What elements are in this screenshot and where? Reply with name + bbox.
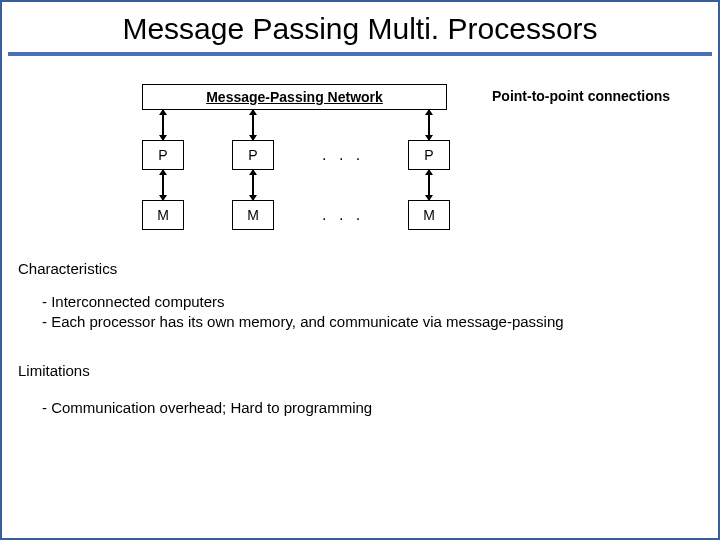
ellipsis-icon: . . .	[322, 206, 364, 224]
characteristics-heading: Characteristics	[18, 260, 117, 277]
arrow-net-p1	[162, 110, 164, 140]
limitations-body: - Communication overhead; Hard to progra…	[42, 398, 372, 418]
memory-node: M	[142, 200, 184, 230]
title-underline	[8, 52, 712, 56]
processor-node: P	[232, 140, 274, 170]
slide-title: Message Passing Multi. Processors	[2, 2, 718, 52]
memory-node: M	[408, 200, 450, 230]
arrow-net-pn	[428, 110, 430, 140]
arrow-net-p2	[252, 110, 254, 140]
memory-node: M	[232, 200, 274, 230]
ellipsis-icon: . . .	[322, 146, 364, 164]
arrow-p2-m2	[252, 170, 254, 200]
processor-node: P	[142, 140, 184, 170]
network-box: Message-Passing Network	[142, 84, 447, 110]
p2p-annotation: Point-to-point connections	[492, 88, 670, 104]
arrow-pn-mn	[428, 170, 430, 200]
slide-frame: Message Passing Multi. Processors Messag…	[0, 0, 720, 540]
characteristics-body: - Interconnected computers - Each proces…	[42, 292, 564, 333]
limitations-heading: Limitations	[18, 362, 90, 379]
processor-node: P	[408, 140, 450, 170]
arrow-p1-m1	[162, 170, 164, 200]
